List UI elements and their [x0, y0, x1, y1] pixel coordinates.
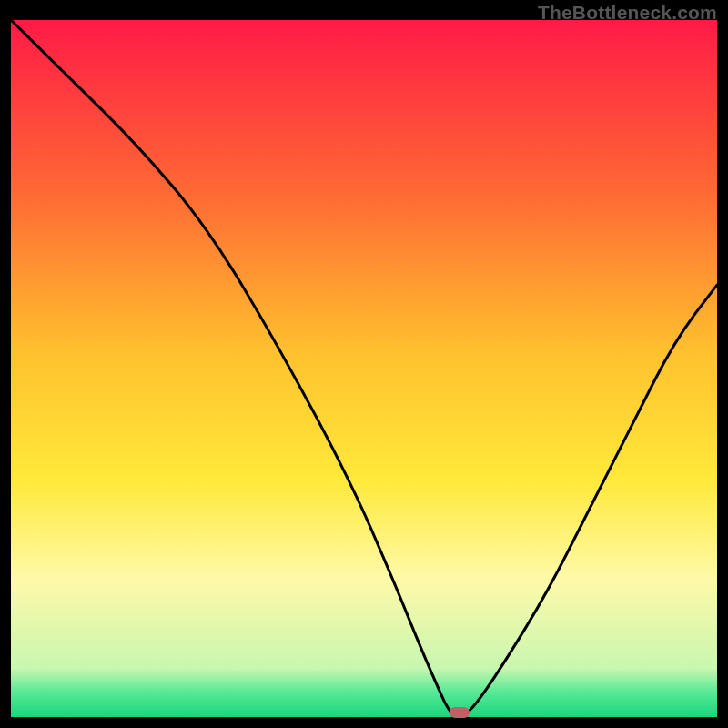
chart-frame: TheBottleneck.com	[0, 0, 728, 728]
optimum-marker	[450, 707, 470, 718]
bottleneck-plot	[11, 20, 717, 717]
